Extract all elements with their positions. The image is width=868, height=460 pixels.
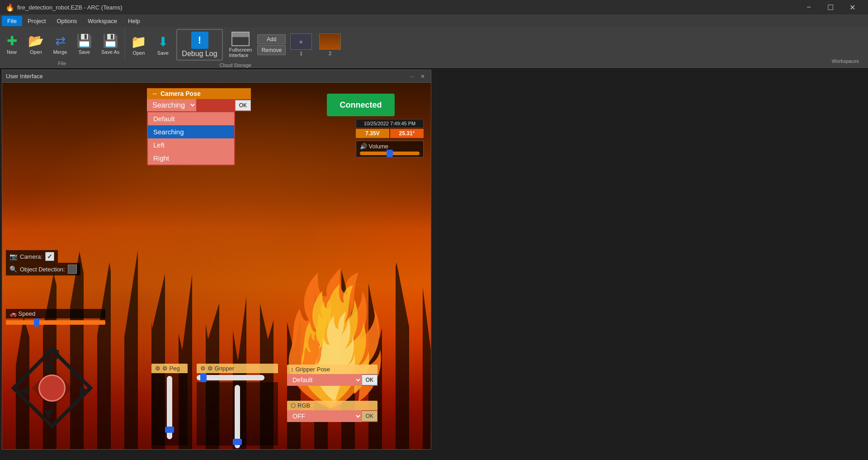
cloud-open-label: Open (132, 50, 145, 56)
save-icon: 💾 (76, 33, 92, 48)
file-section-label: File (0, 61, 124, 67)
object-detection-label: Object Detection: (20, 266, 65, 273)
cloud-save-label: Save (157, 50, 169, 56)
speed-slider-thumb[interactable] (34, 318, 39, 327)
add-button[interactable]: Add (257, 34, 286, 44)
window-controls: − ☐ ✕ (798, 0, 863, 14)
gripper-header: ⚙ ⚙ Gripper (197, 364, 278, 373)
connected-button[interactable]: Connected (327, 94, 395, 116)
rgb-select-row: OFF OK (287, 410, 377, 422)
fullscreen-button[interactable]: FullscreenInterface (225, 29, 257, 61)
status-box: 10/25/2022 7:49:45 PM 7.35V 25.31° (356, 119, 424, 138)
dropdown-item-searching[interactable]: Searching (148, 125, 234, 138)
gripper-label: ⚙ Gripper (208, 365, 234, 372)
rgb-label: RGB (297, 402, 310, 409)
open-icon: 📂 (28, 33, 44, 48)
ui-panel-titlebar: User Interface ··· ✕ (2, 70, 431, 83)
gripper-pose-select-row: Default OK (287, 374, 377, 386)
new-icon: ✚ (7, 33, 17, 48)
cloud-open-button[interactable]: 📁 Open (126, 32, 151, 58)
gripper-v-track (235, 385, 240, 448)
temperature-display: 25.31° (390, 129, 424, 138)
cloud-open-icon: 📁 (131, 34, 146, 49)
dropdown-item-right[interactable]: Right (148, 152, 234, 165)
camera-pose-title: Camera Pose (160, 90, 201, 97)
main-area: User Interface ··· ✕ (0, 68, 868, 460)
camera-pose-container: ↔ Camera Pose Default Searching Left Rig… (147, 88, 251, 111)
camera-pose-dropdown-open: Default Searching Left Right (147, 111, 235, 166)
ui-panel-menu-button[interactable]: ··· (407, 72, 416, 81)
gripper-pose-ok-button[interactable]: OK (362, 375, 377, 385)
rgb-header: ⬡ RGB (287, 401, 377, 410)
cloud-save-button[interactable]: ⬇ Save (151, 32, 175, 58)
cloud-save-icon: ⬇ (158, 34, 168, 49)
ui-panel-close-button[interactable]: ✕ (418, 72, 427, 81)
dropdown-item-default[interactable]: Default (148, 112, 234, 125)
gripper-control: ⚙ ⚙ Gripper (197, 364, 278, 446)
object-detection-icon: 🔍 (9, 266, 17, 273)
menu-workspace[interactable]: Workspace (82, 16, 123, 26)
workspace-2-button[interactable]: 2 (316, 32, 344, 58)
dpad-left-button[interactable]: ◂ (19, 380, 28, 400)
gripper-pose-select[interactable]: Default (287, 374, 362, 386)
remove-button[interactable]: Remove (257, 45, 286, 55)
merge-button[interactable]: ⇄ Merge (48, 31, 72, 57)
camera-checkbox[interactable]: ✓ (45, 252, 54, 261)
volume-slider-thumb[interactable] (387, 150, 393, 157)
menu-project[interactable]: Project (22, 16, 51, 26)
debug-log-button[interactable]: ! Debug Log (176, 29, 222, 61)
camera-icon: 📷 (9, 253, 17, 260)
debug-log-icon: ! (191, 32, 208, 49)
gripper-v-thumb[interactable] (233, 439, 242, 445)
workspaces-label: Workspaces (832, 58, 859, 66)
new-button[interactable]: ✚ New (0, 31, 24, 57)
open-button[interactable]: 📂 Open (24, 31, 48, 57)
gripper-v-container (197, 382, 278, 446)
menu-help[interactable]: Help (123, 16, 146, 26)
workspace-2-label: 2 (329, 51, 331, 56)
workspace-1-button[interactable]: ▣ 1 (287, 32, 316, 58)
volume-slider-track (360, 152, 420, 155)
menu-options[interactable]: Options (51, 16, 82, 26)
speed-control: 🚗 Speed (6, 309, 105, 325)
rgb-control: ⬡ RGB OFF OK (287, 401, 377, 422)
dpad-right-button[interactable]: ▸ (80, 380, 88, 400)
debug-log-label: Debug Log (182, 50, 217, 58)
speed-slider-track (6, 320, 105, 325)
volume-label: 🔊 Volume (360, 143, 420, 150)
save-as-label: Save As (101, 49, 119, 55)
camera-pose-header: ↔ Camera Pose (147, 88, 251, 99)
save-as-icon: 💾 (103, 33, 118, 48)
gripper-pose-icon: ↕ (291, 366, 294, 373)
dropdown-item-left[interactable]: Left (148, 138, 234, 152)
open-label: Open (30, 49, 42, 55)
peg-slider-container (151, 373, 188, 446)
dpad-up-button[interactable]: ▴ (44, 355, 52, 375)
gripper-slider-thumb[interactable] (200, 373, 207, 382)
camera-pose-select[interactable]: Default Searching Left Right (147, 99, 196, 111)
fullscreen-icon (231, 32, 250, 46)
camera-pose-select-row: Default Searching Left Right Default Sea… (147, 99, 251, 111)
peg-slider-thumb[interactable] (165, 427, 174, 433)
dpad-down-button[interactable]: ▾ (44, 403, 52, 423)
titlebar-title: fire_detection_robot.EZB - ARC (Teams) (17, 4, 123, 11)
toolbar: ✚ New 📂 Open ⇄ Merge 💾 Save 💾 Save As Fi… (0, 27, 868, 68)
save-as-button[interactable]: 💾 Save As (97, 31, 124, 57)
save-button[interactable]: 💾 Save (72, 31, 97, 57)
minimize-button[interactable]: − (798, 0, 819, 14)
titlebar-icon: 🔥 (5, 3, 14, 12)
rgb-select[interactable]: OFF (287, 410, 362, 422)
camera-checkmark: ✓ (47, 253, 52, 260)
peg-control: ⚙ ⚙ Peg (151, 364, 188, 446)
new-label: New (7, 49, 17, 55)
rgb-ok-button[interactable]: OK (362, 411, 377, 422)
file-section: ✚ New 📂 Open ⇄ Merge 💾 Save 💾 Save As Fi… (0, 27, 124, 67)
cloud-section: 📁 Open ⬇ Save ! Debug Log FullscreenInte… (126, 27, 344, 67)
add-remove-group: Add Remove (256, 33, 287, 56)
menu-file[interactable]: File (2, 16, 22, 26)
close-button[interactable]: ✕ (842, 0, 863, 14)
camera-pose-ok-button[interactable]: OK (235, 100, 251, 111)
maximize-button[interactable]: ☐ (820, 0, 841, 14)
menubar: File Project Options Workspace Help (0, 14, 868, 27)
object-detection-checkbox[interactable] (68, 265, 77, 274)
